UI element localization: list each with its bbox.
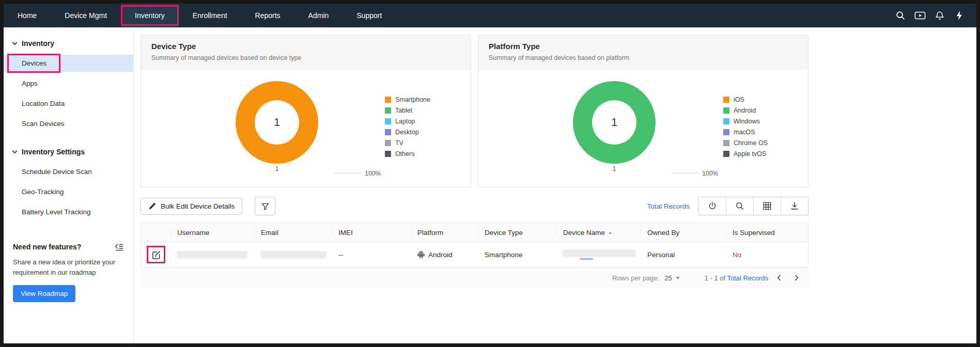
legend-item: TV	[385, 139, 430, 147]
quick-actions-flash-icon[interactable]	[950, 7, 968, 25]
device-type-cell: Smartphone	[478, 251, 557, 259]
sidebar-section-inventory-settings[interactable]: Inventory Settings	[4, 142, 133, 162]
collapse-panel-icon[interactable]	[114, 243, 124, 253]
card-subtitle: Summary of managed devices based on plat…	[489, 54, 798, 61]
platform-type-card-header: Platform Type Summary of managed devices…	[478, 35, 808, 70]
column-header-owned-by[interactable]: Owned By	[641, 228, 726, 237]
total-records-link[interactable]: Total Records	[647, 202, 690, 210]
pencil-icon	[148, 202, 156, 210]
nav-item-inventory-label: Inventory	[135, 11, 165, 20]
bulk-edit-label: Bulk Edit Device Details	[161, 202, 235, 210]
device-name-cell	[557, 250, 641, 260]
nav-item-enrollment[interactable]: Enrollment	[179, 4, 241, 27]
legend-item: Smartphone	[385, 96, 430, 103]
column-header-imei[interactable]: IMEI	[332, 228, 411, 237]
column-label: Email	[261, 229, 278, 236]
supervised-status: No	[733, 251, 741, 259]
device-type-donut-chart: 1 1 100%	[233, 81, 321, 172]
sidebar-item-geo-tracking[interactable]: Geo-Tracking	[4, 183, 133, 200]
legend-swatch	[385, 151, 391, 157]
callout-leader-line	[672, 173, 698, 174]
legend-swatch	[723, 118, 729, 124]
nav-item-device-mgmt[interactable]: Device Mgmt	[51, 4, 121, 27]
percent-label: 100%	[365, 170, 381, 177]
legend-swatch	[385, 140, 391, 146]
nav-item-reports[interactable]: Reports	[241, 4, 294, 27]
platform-value: Android	[428, 251, 453, 259]
sidebar-item-location-data[interactable]: Location Data	[4, 95, 133, 112]
email-cell	[255, 251, 332, 258]
legend-label: Others	[395, 150, 415, 157]
legend-swatch	[723, 129, 729, 135]
feature-request-panel: Need new features? Share a new idea or p…	[4, 243, 133, 302]
sidebar-item-scan-devices[interactable]: Scan Devices	[4, 115, 133, 132]
view-roadmap-button[interactable]: View Roadmap	[13, 285, 75, 302]
nav-item-admin[interactable]: Admin	[294, 4, 343, 27]
slice-data-label: 1	[275, 165, 279, 172]
rows-per-page-dropdown-icon[interactable]	[676, 277, 680, 279]
legend-swatch	[385, 118, 391, 124]
legend-item: Desktop	[385, 129, 430, 136]
sidebar-item-apps[interactable]: Apps	[4, 75, 133, 92]
column-label: Owned By	[647, 229, 679, 236]
filter-icon[interactable]	[255, 197, 275, 215]
legend-item: iOS	[723, 96, 768, 103]
rows-per-page-value[interactable]: 25	[664, 274, 672, 282]
legend-item: Others	[385, 150, 430, 157]
refresh-power-icon[interactable]	[698, 197, 726, 215]
bulk-edit-device-details-button[interactable]: Bulk Edit Device Details	[141, 198, 242, 215]
legend-swatch	[723, 107, 729, 114]
legend-item: Chrome OS	[723, 139, 768, 147]
column-header-username[interactable]: Username	[171, 228, 255, 237]
previous-page-icon[interactable]	[772, 271, 786, 285]
donut-center: 1	[255, 100, 299, 145]
sidebar-section-divider	[4, 134, 133, 142]
row-actions-cell	[141, 249, 171, 260]
sidebar-item-schedule-device-scan[interactable]: Schedule Device Scan	[4, 163, 133, 180]
slice-data-label: 1	[613, 165, 616, 172]
column-header-email[interactable]: Email	[255, 228, 332, 237]
nav-item-support[interactable]: Support	[343, 4, 396, 27]
legend-swatch	[723, 140, 729, 146]
percent-callout: 100%	[334, 170, 381, 177]
edit-device-icon[interactable]	[150, 249, 162, 260]
sidebar-item-devices[interactable]: Devices	[4, 55, 133, 72]
column-chooser-grid-icon[interactable]	[753, 197, 781, 215]
donut-ring-smartphone-slice[interactable]: 1	[236, 81, 318, 164]
column-header-device-type[interactable]: Device Type	[478, 228, 557, 237]
owned-by-cell: Personal	[641, 251, 726, 259]
legend-label: TV	[395, 139, 403, 147]
percent-callout: 100%	[672, 170, 718, 177]
nav-item-inventory[interactable]: Inventory	[121, 4, 179, 27]
search-icon[interactable]	[891, 7, 909, 25]
download-export-icon[interactable]	[781, 197, 808, 215]
total-records-footer-link[interactable]: Total Records	[727, 274, 768, 282]
redacted-username	[177, 251, 247, 258]
next-page-icon[interactable]	[790, 271, 803, 285]
column-header-is-supervised[interactable]: Is Supervised	[726, 228, 808, 237]
top-navigation-bar: Home Device Mgmt Inventory Enrollment Re…	[4, 4, 976, 27]
feature-request-title: Need new features?	[13, 243, 81, 251]
column-header-device-name[interactable]: Device Name ▲	[557, 228, 641, 237]
column-label: IMEI	[338, 229, 353, 236]
notifications-bell-icon[interactable]	[930, 7, 948, 25]
search-icon[interactable]	[726, 197, 753, 215]
donut-ring-android-slice[interactable]: 1	[573, 81, 656, 164]
device-type-card-header: Device Type Summary of managed devices b…	[141, 35, 471, 70]
redacted-device-name	[563, 250, 635, 257]
card-subtitle: Summary of managed devices based on devi…	[151, 54, 460, 61]
is-supervised-cell: No	[726, 251, 808, 259]
table-row[interactable]: -- Android Smartphone Personal No	[141, 242, 808, 267]
legend-swatch	[723, 151, 729, 157]
nav-item-home[interactable]: Home	[4, 4, 51, 27]
legend-item: Tablet	[385, 107, 430, 114]
column-header-platform[interactable]: Platform	[411, 228, 478, 237]
topnav-icon-group	[891, 4, 976, 27]
summary-cards-row: Device Type Summary of managed devices b…	[141, 35, 976, 187]
callout-leader-line	[334, 173, 361, 174]
device-type-card: Device Type Summary of managed devices b…	[141, 35, 471, 187]
video-tutorials-icon[interactable]	[911, 7, 929, 25]
legend-label: Laptop	[395, 118, 415, 125]
sidebar-section-inventory[interactable]: Inventory	[4, 34, 133, 53]
sidebar-item-battery-level-tracking[interactable]: Battery Level Tracking	[4, 203, 133, 220]
